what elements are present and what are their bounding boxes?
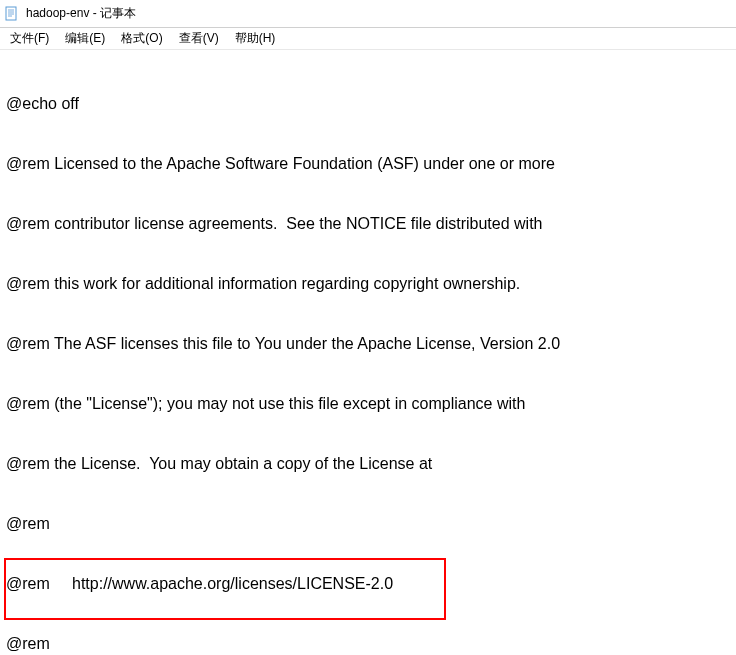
menu-edit[interactable]: 编辑(E): [57, 28, 113, 49]
menu-help[interactable]: 帮助(H): [227, 28, 284, 49]
menu-format[interactable]: 格式(O): [113, 28, 170, 49]
text-line: @rem this work for additional informatio…: [6, 274, 730, 294]
text-line: @rem http://www.apache.org/licenses/LICE…: [6, 574, 730, 594]
text-line: @rem Licensed to the Apache Software Fou…: [6, 154, 730, 174]
window-title: hadoop-env - 记事本: [26, 5, 136, 22]
notepad-icon: [4, 6, 20, 22]
svg-rect-0: [6, 7, 16, 20]
text-line: @echo off: [6, 94, 730, 114]
menu-file[interactable]: 文件(F): [2, 28, 57, 49]
text-line: @rem contributor license agreements. See…: [6, 214, 730, 234]
text-line: @rem: [6, 514, 730, 534]
text-line: @rem (the "License"); you may not use th…: [6, 394, 730, 414]
text-line: @rem: [6, 634, 730, 654]
menu-view[interactable]: 查看(V): [171, 28, 227, 49]
title-bar: hadoop-env - 记事本: [0, 0, 736, 28]
menu-bar: 文件(F) 编辑(E) 格式(O) 查看(V) 帮助(H): [0, 28, 736, 50]
text-line: @rem the License. You may obtain a copy …: [6, 454, 730, 474]
text-editor-content[interactable]: @echo off @rem Licensed to the Apache So…: [0, 50, 736, 655]
text-line: @rem The ASF licenses this file to You u…: [6, 334, 730, 354]
